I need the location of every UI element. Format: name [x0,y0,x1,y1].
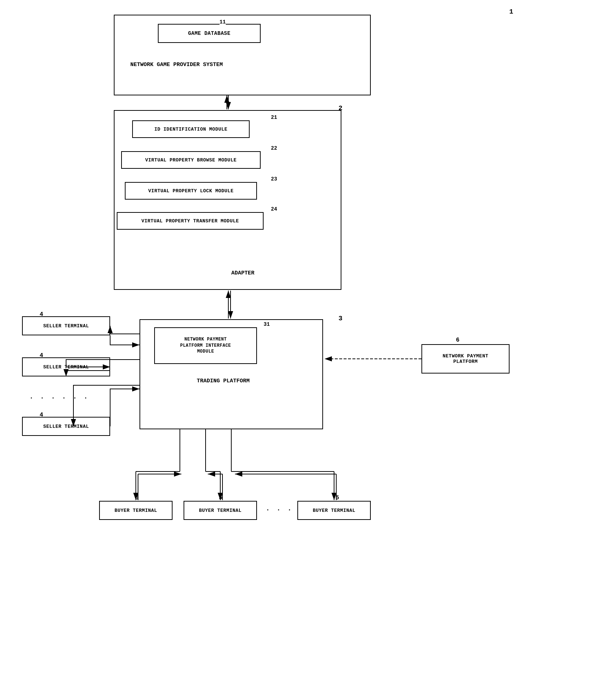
id-identification-box: ID IDENTIFICATION MODULE [132,120,250,138]
network-payment-platform-box: NETWORK PAYMENTPLATFORM [421,344,510,374]
seller-terminal-2-box: SELLER TERMINAL [22,357,110,376]
ref-5-3: 5 [336,495,339,501]
ref-6: 6 [456,337,460,343]
ref-22: 22 [271,145,277,151]
buyer-terminal-2-box: BUYER TERMINAL [184,501,257,520]
ref-5-2: 5 [219,495,222,501]
adapter-label: ADAPTER [231,270,254,276]
buyer-terminal-1-box: BUYER TERMINAL [99,501,173,520]
vp-transfer-box: VIRTUAL PROPERTY TRANSFER MODULE [117,212,264,230]
trading-platform-label: TRADING PLATFORM [197,378,250,384]
npp-interface-box: NETWORK PAYMENTPLATFORM INTERFACEMODULE [154,327,257,364]
network-game-provider-label: NETWORK GAME PROVIDER SYSTEM [130,62,223,68]
ref-23: 23 [271,176,277,182]
diagram-container: 1 GAME DATABASE 11 NETWORK GAME PROVIDER… [0,0,616,692]
seller-terminal-3-box: SELLER TERMINAL [22,417,110,436]
ref-11: 11 [220,19,226,25]
ref-3: 3 [338,315,343,322]
vp-lock-box: VIRTUAL PROPERTY LOCK MODULE [125,182,257,200]
ref-5-1: 5 [135,495,139,501]
ref-31: 31 [264,321,270,327]
ref-24: 24 [271,206,277,212]
vp-browse-box: VIRTUAL PROPERTY BROWSE MODULE [121,151,261,169]
seller-terminal-1-box: SELLER TERMINAL [22,316,110,335]
game-database-box: GAME DATABASE [158,24,261,43]
buyer-terminal-3-box: BUYER TERMINAL [297,501,371,520]
ref-21: 21 [271,114,277,120]
dots-sellers: · · · · · · [29,394,89,402]
ref-1: 1 [509,8,513,15]
